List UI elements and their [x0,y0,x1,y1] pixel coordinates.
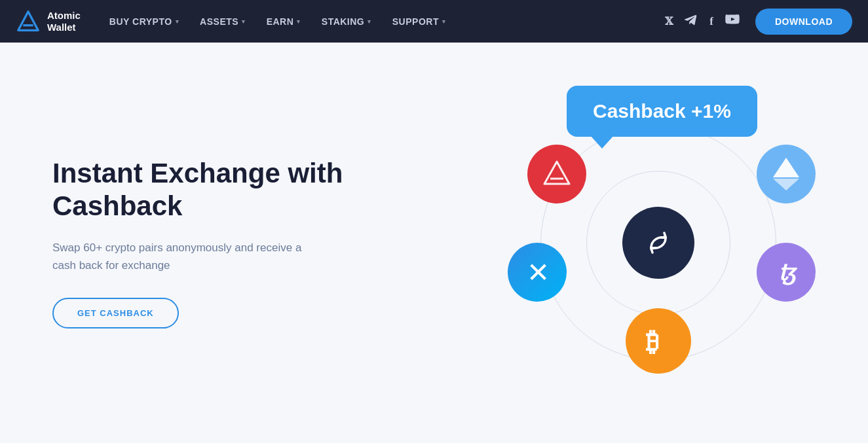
get-cashback-button[interactable]: GET CASHBACK [52,298,179,328]
svg-marker-0 [18,11,38,30]
cashback-badge: Cashback +1% [567,86,757,137]
nav-buy-crypto[interactable]: BUY CRYPTO▾ [100,11,188,32]
nav-support[interactable]: SUPPORT▾ [383,11,455,32]
hero-section: Instant Exchange with Cashback Swap 60+ … [0,43,868,443]
exchange-center-icon [622,207,694,279]
navbar: Atomic Wallet BUY CRYPTO▾ ASSETS▾ EARN▾ … [0,0,868,43]
hero-content: Instant Exchange with Cashback Swap 60+ … [52,157,393,328]
coin-xrp: ✕ [508,243,567,302]
social-links: 𝕏 f [665,13,740,29]
coin-trx [527,145,586,204]
nav-assets[interactable]: ASSETS▾ [191,11,255,32]
twitter-icon[interactable]: 𝕏 [665,15,673,27]
coin-xtz: ꜩ [757,243,816,302]
youtube-icon[interactable] [725,14,740,28]
svg-text:ꜩ: ꜩ [778,260,798,285]
nav-earn[interactable]: EARN▾ [257,11,310,32]
coin-btc: ₿ [626,308,691,374]
hero-title: Instant Exchange with Cashback [52,157,393,223]
nav-links: BUY CRYPTO▾ ASSETS▾ EARN▾ STAKING▾ SUPPO… [100,11,665,32]
hero-subtitle: Swap 60+ crypto pairs anonymously and re… [52,239,328,274]
brand-name: Atomic Wallet [47,10,81,33]
coin-eth [757,145,816,204]
logo[interactable]: Atomic Wallet [16,9,81,34]
svg-marker-2 [544,162,569,184]
svg-text:₿: ₿ [646,327,659,356]
nav-staking[interactable]: STAKING▾ [312,11,381,32]
download-button[interactable]: DOWNLOAD [755,9,852,35]
telegram-icon[interactable] [685,13,698,29]
facebook-icon[interactable]: f [709,15,713,28]
hero-graphic: Cashback +1% [488,73,829,413]
